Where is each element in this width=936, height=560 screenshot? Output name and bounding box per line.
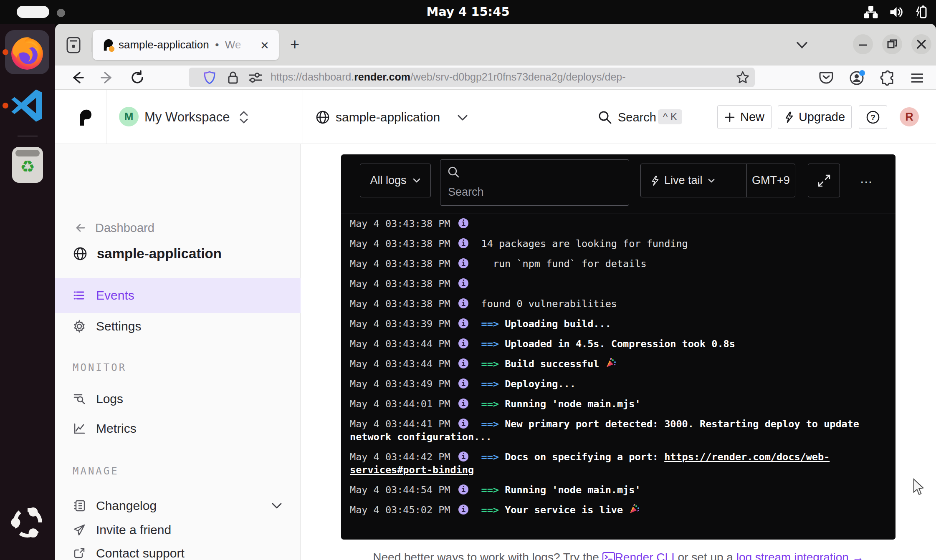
sidebar-item-events[interactable]: Events — [55, 278, 301, 313]
app-header: M My Workspace sample-application Search… — [55, 90, 936, 144]
timezone-button[interactable]: GMT+9 — [747, 174, 795, 187]
log-lines[interactable]: May 4 03:43:38 PMiMay 4 03:43:38 PMi14 p… — [341, 214, 896, 520]
volume-icon[interactable] — [888, 5, 903, 20]
system-clock[interactable]: May 4 15:45 — [0, 0, 936, 24]
log-filter-dropdown[interactable]: All logs — [360, 164, 431, 197]
render-cli-link[interactable]: Render CLI — [615, 551, 675, 560]
search-button[interactable]: Search — [618, 111, 656, 124]
info-icon[interactable]: i — [458, 504, 469, 515]
tracking-shield-icon[interactable] — [203, 71, 216, 85]
sidebar-item-changelog[interactable]: Changelog — [55, 493, 301, 518]
render-favicon — [101, 38, 115, 52]
info-icon[interactable]: i — [458, 378, 469, 389]
sidebar-item-contact-support[interactable]: Contact support — [55, 541, 301, 560]
workspace-selector[interactable]: My Workspace — [144, 110, 230, 125]
trash-dock-tile[interactable]: ♻ — [12, 147, 43, 183]
url-bar[interactable]: https://dashboard.render.com/web/srv-d0b… — [189, 68, 755, 87]
log-search-input[interactable]: Search — [440, 159, 629, 206]
log-more-menu[interactable]: ⋯ — [860, 174, 881, 189]
sidebar-item-metrics[interactable]: Metrics — [55, 416, 301, 441]
info-icon[interactable]: i — [458, 418, 469, 429]
upgrade-button[interactable]: Upgrade — [778, 105, 852, 129]
svg-text:i: i — [461, 359, 465, 368]
back-button[interactable] — [69, 69, 86, 86]
service-chevron-down-icon[interactable] — [457, 114, 468, 121]
ubuntu-apps-button[interactable] — [10, 505, 45, 540]
info-icon[interactable]: i — [458, 358, 469, 369]
sidebar-item-settings[interactable]: Settings — [55, 314, 301, 339]
info-icon[interactable]: i — [458, 338, 469, 349]
info-icon[interactable]: i — [458, 278, 469, 289]
log-timestamp: May 4 03:43:44 PM — [350, 358, 450, 370]
menu-hamburger-icon[interactable] — [909, 70, 926, 87]
sidebar-item-invite-a-friend[interactable]: Invite a friend — [55, 517, 301, 542]
sidebar-back-dashboard[interactable]: Dashboard — [55, 215, 301, 240]
dock-divider — [18, 136, 38, 136]
log-message: Build successful — [505, 358, 605, 370]
info-icon[interactable]: i — [458, 258, 469, 269]
log-message: run `npm fund` for details — [481, 258, 647, 270]
info-icon[interactable]: i — [458, 238, 469, 249]
sidebar-service-name[interactable]: sample-application — [55, 241, 301, 266]
extensions-puzzle-icon[interactable] — [880, 70, 897, 87]
active-tab[interactable]: sample-application • We ✕ — [93, 30, 279, 60]
log-row: May 4 03:43:49 PMi==> Deploying... — [341, 374, 896, 394]
workspace-avatar[interactable]: M — [119, 107, 139, 126]
live-tail-toggle[interactable]: Live tail — [641, 174, 746, 187]
sidebar-section-monitor: MONITOR — [73, 362, 126, 373]
svg-text:i: i — [461, 399, 465, 408]
network-icon[interactable] — [863, 5, 878, 20]
info-icon[interactable]: i — [458, 398, 469, 409]
vscode-dock-tile[interactable] — [8, 86, 47, 125]
vscode-icon — [8, 86, 47, 125]
user-avatar[interactable]: R — [900, 107, 919, 126]
bookmark-star-icon[interactable] — [736, 71, 750, 85]
permissions-icon[interactable] — [248, 72, 263, 83]
list-all-tabs-button[interactable] — [792, 38, 812, 52]
log-timestamp: May 4 03:43:44 PM — [350, 338, 450, 350]
help-button[interactable]: ? — [859, 105, 887, 129]
log-panel: All logs Search Live tail GMT+9 ⋯ — [341, 154, 896, 540]
workspace-chevrons-icon[interactable] — [239, 110, 249, 124]
info-icon[interactable]: i — [458, 451, 469, 462]
minimize-button[interactable] — [853, 34, 873, 54]
sidebar-divider — [55, 480, 301, 480]
maximize-button[interactable] — [882, 34, 902, 54]
close-window-button[interactable] — [911, 34, 931, 54]
new-tab-button[interactable]: + — [284, 34, 306, 55]
info-icon[interactable]: i — [458, 318, 469, 329]
sidebar-item-logs[interactable]: Logs — [55, 386, 301, 411]
tab-close-icon[interactable]: ✕ — [257, 38, 272, 53]
lock-icon[interactable] — [227, 71, 239, 85]
new-button[interactable]: New — [717, 105, 772, 129]
expand-logs-button[interactable] — [808, 164, 840, 197]
log-row: May 4 03:43:39 PMi==> Uploading build... — [341, 314, 896, 334]
recycle-icon: ♻ — [12, 157, 43, 176]
pocket-icon[interactable] — [818, 70, 835, 87]
log-stream-integration-link[interactable]: log stream integration → — [736, 551, 864, 560]
plus-icon — [724, 112, 735, 123]
battery-charging-icon[interactable] — [913, 5, 928, 20]
reload-button[interactable] — [129, 69, 146, 86]
svg-text:i: i — [461, 505, 465, 514]
live-tail-control[interactable]: Live tail GMT+9 — [640, 164, 795, 197]
globe-icon — [73, 246, 88, 261]
log-timestamp: May 4 03:43:38 PM — [350, 258, 450, 270]
logs-icon — [73, 392, 86, 406]
search-icon[interactable] — [598, 110, 612, 124]
info-icon[interactable]: i — [458, 298, 469, 309]
log-row: May 4 03:43:44 PMi==> Uploaded in 4.5s. … — [341, 334, 896, 354]
firefox-dock-tile[interactable] — [5, 30, 49, 74]
render-logo[interactable] — [77, 108, 94, 126]
account-icon[interactable] — [848, 69, 865, 86]
firefox-view-button[interactable] — [62, 35, 85, 55]
service-selector[interactable]: sample-application — [336, 110, 440, 124]
back-arrow-icon — [73, 221, 86, 235]
forward-button[interactable] — [99, 69, 116, 86]
log-arrow: ==> — [481, 484, 505, 496]
log-arrow: ==> — [481, 398, 505, 410]
info-icon[interactable]: i — [458, 484, 469, 495]
log-message: Uploading build... — [505, 318, 611, 330]
info-icon[interactable]: i — [458, 218, 469, 229]
header-divider — [106, 90, 106, 144]
